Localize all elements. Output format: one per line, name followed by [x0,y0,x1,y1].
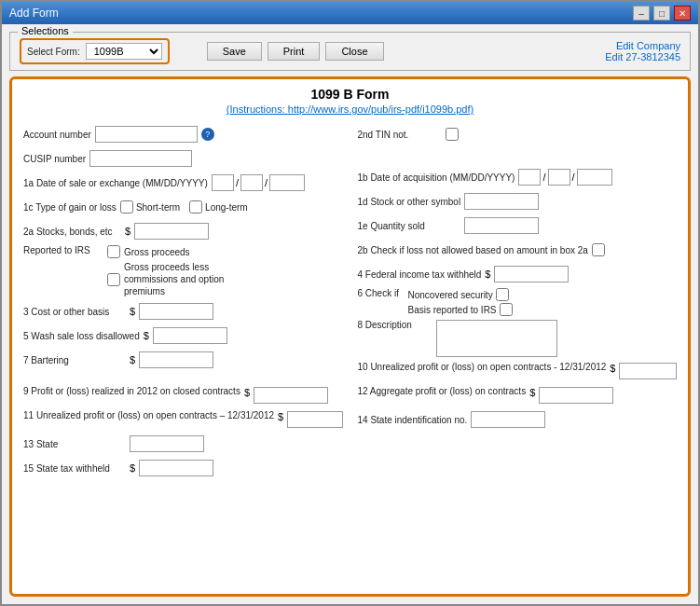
basis-reported-checkbox[interactable] [500,303,513,316]
gross-proceeds-checkbox[interactable] [107,245,120,258]
profit-loss-row: 9 Profit or (loss) realized in 2012 on c… [23,385,343,406]
quantity-sold-row: 1e Quantity sold [358,215,678,236]
edit-ein-link[interactable]: Edit 27-3812345 [605,51,680,62]
date-sale-day[interactable] [240,174,263,191]
bartering-row: 7 Bartering $ [23,350,343,370]
stock-symbol-input[interactable] [464,193,539,210]
account-number-row: Account number ? [23,124,343,145]
aggregate-input[interactable] [539,387,613,404]
selections-label: Selections [18,25,73,36]
reported-irs-label: Reported to IRS [23,245,100,255]
state-id-input[interactable] [471,411,545,428]
stock-symbol-label: 1d Stock or other symbol [358,197,461,207]
short-term-label: Short-term [136,202,180,213]
unrealized-profit-10-input[interactable] [619,363,677,379]
date-sale-month[interactable] [212,174,234,191]
aggregate-row: 12 Aggregate profit or (loss) on contrac… [358,385,678,406]
unrealized-profit-10-label: 10 Unrealized profit or (loss) on open c… [358,361,607,374]
window-title: Add Form [9,7,59,20]
close-button[interactable]: Close [325,42,383,61]
maximize-button[interactable]: □ [653,6,670,21]
form-select[interactable]: 1099B 1099DIV 1099INT 1099MISC 1099R [86,43,162,60]
stocks-bonds-row: 2a Stocks, bonds, etc $ [23,221,343,241]
close-window-button[interactable]: ✕ [674,6,691,21]
unrealized-profit-11-row: 11 Unrealized profit or (loss) on open c… [23,409,343,430]
date-acquisition-label: 1b Date of acquisition (MM/DD/YYYY) [358,172,515,183]
tin-checkbox[interactable] [446,128,459,141]
federal-tax-row: 4 Federal income tax withheld $ [358,264,678,284]
print-button[interactable]: Print [268,42,321,61]
title-bar-buttons: – □ ✕ [633,6,691,21]
state-tax-row: 15 State tax withheld $ [23,458,343,478]
wash-sale-input[interactable] [153,327,227,344]
cusip-label: CUSIP number [23,154,86,164]
help-icon[interactable]: ? [201,128,214,141]
gross-proceeds-less-label: Gross proceeds less commissions and opti… [124,261,254,297]
save-button[interactable]: Save [207,42,262,61]
state-label: 13 State [23,439,126,449]
check-loss-label: 2b Check if loss not allowed based on am… [358,244,588,256]
date-acq-month[interactable] [518,169,541,186]
unrealized-profit-11-input[interactable] [287,411,342,428]
main-window: Add Form – □ ✕ Selections Select Form: 1… [0,0,700,606]
check-loss-row: 2b Check if loss not allowed based on am… [358,240,678,260]
noncovered-checkbox[interactable] [496,288,509,301]
stocks-bonds-input[interactable] [134,223,209,240]
gross-proceeds-less-checkbox[interactable] [107,273,120,286]
date-sale-year[interactable] [269,174,305,191]
federal-tax-label: 4 Federal income tax withheld [358,269,482,280]
aggregate-label: 12 Aggregate profit or (loss) on contrac… [358,385,527,398]
cusip-input[interactable] [89,150,192,167]
federal-tax-input[interactable] [494,266,569,282]
bartering-input[interactable] [139,351,213,368]
description-input[interactable] [436,320,557,357]
select-form-group: Select Form: 1099B 1099DIV 1099INT 1099M… [20,38,170,64]
stock-symbol-row: 1d Stock or other symbol [358,191,678,212]
selections-box: Selections Select Form: 1099B 1099DIV 10… [9,32,691,71]
check-if-label: 6 Check if [358,288,405,298]
date-sale-row: 1a Date of sale or exchange (MM/DD/YYYY)… [23,172,343,193]
description-label: 8 Description [358,320,432,330]
check-loss-checkbox[interactable] [592,243,605,256]
cost-basis-input[interactable] [139,303,213,320]
cost-basis-label: 3 Cost or other basis [23,307,126,317]
unrealized-profit-11-label: 11 Unrealized profit or (loss) on open c… [23,409,274,422]
cusip-row: CUSIP number [23,148,343,169]
check-if-row: 6 Check if Noncovered security Basis rep… [358,288,678,316]
state-id-label: 14 State indentification no. [358,415,468,425]
wash-sale-row: 5 Wash sale loss disallowed $ [23,325,343,346]
account-number-label: Account number [23,130,91,140]
date-acquisition-row: 1b Date of acquisition (MM/DD/YYYY) / / [358,167,678,187]
noncovered-label: Noncovered security [408,290,493,300]
unrealized-profit-10-row: 10 Unrealized profit or (loss) on open c… [358,361,678,381]
short-term-checkbox[interactable] [120,200,133,213]
select-form-label: Select Form: [27,47,80,57]
toolbar-buttons: Save Print Close [207,42,384,61]
state-input[interactable] [130,435,204,452]
description-row: 8 Description [358,320,678,357]
edit-links: Edit Company Edit 27-3812345 [605,40,680,62]
form-instructions-link[interactable]: (Instructions: http://www.irs.gov/pub/ir… [23,103,677,115]
reported-irs-row: Reported to IRS Gross proceeds Gross pro… [23,245,343,297]
date-acq-day[interactable] [548,169,570,186]
type-gain-loss-label: 1c Type of gain or loss [23,202,117,213]
form-box: 1099 B Form (Instructions: http://www.ir… [9,76,691,597]
state-tax-input[interactable] [139,460,213,476]
right-column: 2nd TIN not. 1b Date of acquisition (MM/… [358,124,678,478]
profit-loss-input[interactable] [254,387,328,404]
state-tax-label: 15 State tax withheld [23,463,126,474]
edit-company-link[interactable]: Edit Company [616,40,680,51]
date-acq-year[interactable] [577,169,612,186]
account-number-input[interactable] [95,126,198,143]
state-row: 13 State [23,434,343,454]
quantity-sold-label: 1e Quantity sold [358,221,460,231]
long-term-label: Long-term [205,202,248,213]
wash-sale-label: 5 Wash sale loss disallowed [23,331,140,341]
cost-basis-row: 3 Cost or other basis $ [23,301,343,322]
tin-label: 2nd TIN not. [358,130,442,140]
long-term-checkbox[interactable] [189,200,202,213]
type-gain-loss-row: 1c Type of gain or loss Short-term Long-… [23,197,343,217]
minimize-button[interactable]: – [633,6,650,21]
tin-row: 2nd TIN not. [358,124,678,145]
quantity-sold-input[interactable] [464,217,539,234]
